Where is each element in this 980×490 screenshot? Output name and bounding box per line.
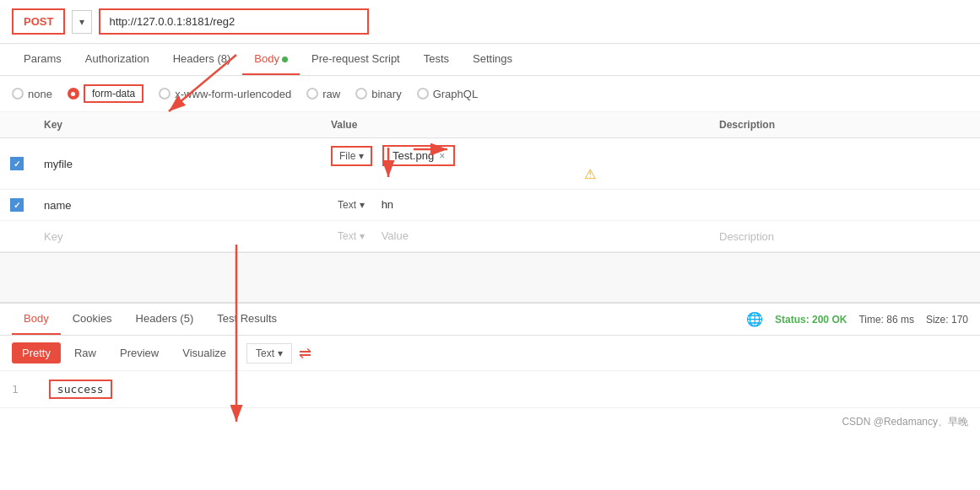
table-row-placeholder: Key Text ▾ Value Description — [0, 221, 980, 252]
key-placeholder[interactable]: Key — [44, 230, 62, 243]
line-number: 1 — [12, 383, 29, 396]
method-dropdown[interactable]: ▾ — [72, 10, 92, 34]
body-active-dot — [282, 57, 288, 62]
row2-type-select[interactable]: Text ▾ — [331, 197, 371, 213]
tab-authorization[interactable]: Authorization — [73, 44, 161, 75]
col-key: Key — [34, 112, 321, 138]
rb-tab-preview[interactable]: Preview — [110, 342, 169, 363]
col-description: Description — [709, 112, 980, 138]
row1-type-select[interactable]: File ▾ — [331, 146, 372, 166]
params-table: Key Value Description myfile File ▾ — [0, 112, 980, 252]
table-row: name Text ▾ hn — [0, 190, 980, 221]
row2-key[interactable]: name — [44, 199, 72, 212]
radio-urlencoded[interactable]: x-www-form-urlencoded — [159, 88, 291, 100]
response-size: Size: 170 — [926, 314, 968, 326]
tab-prerequest[interactable]: Pre-request Script — [300, 44, 412, 75]
radio-form-data[interactable]: form-data — [68, 84, 143, 103]
rb-tab-pretty[interactable]: Pretty — [12, 342, 61, 363]
status-info: 🌐 Status: 200 OK Time: 86 ms Size: 170 — [746, 311, 968, 327]
wrap-icon[interactable]: ⇌ — [299, 344, 311, 363]
response-text: success — [49, 380, 112, 399]
response-content: 1 success — [0, 371, 980, 407]
row1-key[interactable]: myfile — [44, 158, 73, 170]
row1-file-tag[interactable]: Test.png × — [382, 145, 455, 166]
response-time: Time: 86 ms — [858, 314, 914, 326]
placeholder-type-select[interactable]: Text ▾ — [331, 228, 371, 245]
value-placeholder[interactable]: Value — [382, 229, 409, 242]
tab-settings[interactable]: Settings — [461, 44, 524, 75]
response-tab-headers[interactable]: Headers (5) — [124, 304, 206, 335]
radio-binary[interactable]: binary — [355, 88, 401, 100]
radio-none[interactable]: none — [12, 88, 52, 100]
url-input[interactable] — [99, 8, 369, 35]
chevron-down-icon: ▾ — [359, 150, 364, 162]
chevron-down-icon: ▾ — [360, 230, 365, 242]
spacer — [0, 252, 980, 303]
response-section: Body Cookies Headers (5) Test Results 🌐 … — [0, 303, 980, 436]
col-check — [0, 112, 34, 138]
rb-tab-visualize[interactable]: Visualize — [172, 342, 236, 363]
response-tab-test-results[interactable]: Test Results — [205, 304, 289, 335]
radio-raw[interactable]: raw — [306, 88, 340, 100]
response-body-tabs: Pretty Raw Preview Visualize Text ▾ ⇌ — [0, 336, 980, 371]
warning-icon: ⚠ — [584, 167, 596, 181]
status-badge: Status: 200 OK — [775, 314, 847, 326]
radio-circle-none — [12, 88, 24, 100]
request-tabs: Params Authorization Headers (8) Body Pr… — [0, 44, 980, 76]
close-icon[interactable]: × — [439, 150, 445, 162]
radio-circle-form-data — [68, 88, 79, 100]
tab-headers[interactable]: Headers (8) — [161, 44, 243, 75]
rb-tab-raw[interactable]: Raw — [64, 342, 106, 363]
response-tab-cookies[interactable]: Cookies — [61, 304, 124, 335]
radio-circle-raw — [306, 88, 318, 100]
row1-checkbox[interactable] — [10, 157, 24, 170]
chevron-down-icon: ▾ — [278, 347, 283, 359]
radio-circle-graphql — [417, 88, 429, 100]
row2-checkbox[interactable] — [10, 198, 24, 212]
chevron-down-icon: ▾ — [360, 199, 365, 211]
tab-body[interactable]: Body — [242, 44, 300, 75]
tab-tests[interactable]: Tests — [412, 44, 461, 75]
method-button[interactable]: POST — [12, 8, 65, 35]
tab-params[interactable]: Params — [12, 44, 73, 75]
col-value: Value — [321, 112, 709, 138]
desc-placeholder: Description — [719, 230, 774, 243]
body-type-row: none form-data x-www-form-urlencoded raw… — [0, 76, 980, 112]
table-row: myfile File ▾ Test.png × ⚠ — [0, 138, 980, 190]
url-bar: POST ▾ — [0, 0, 980, 44]
text-format-select[interactable]: Text ▾ — [246, 343, 292, 363]
radio-circle-urlencoded — [159, 88, 171, 100]
globe-icon: 🌐 — [746, 311, 763, 327]
row2-value[interactable]: hn — [382, 198, 393, 211]
radio-circle-binary — [355, 88, 367, 100]
response-tabs-row: Body Cookies Headers (5) Test Results 🌐 … — [0, 304, 980, 336]
response-tab-body[interactable]: Body — [12, 304, 61, 335]
radio-graphql[interactable]: GraphQL — [417, 88, 478, 100]
footer-note: CSDN @Redamancy、早晚 — [0, 407, 980, 436]
